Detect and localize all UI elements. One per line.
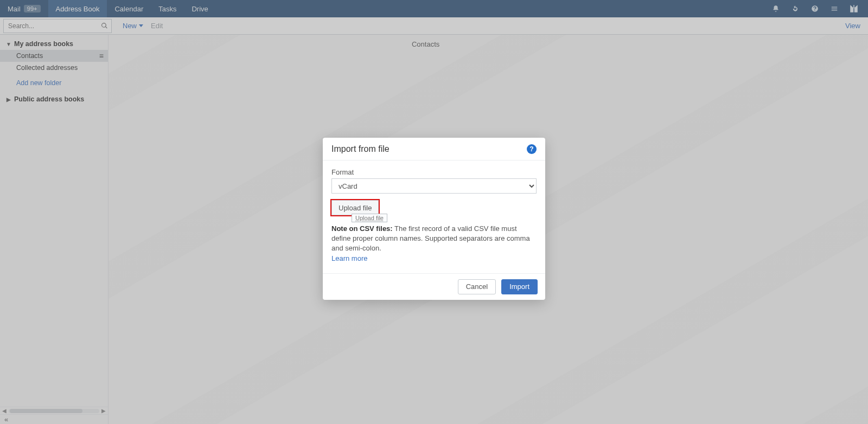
upload-file-button[interactable]: Upload file — [331, 200, 379, 215]
csv-note-prefix: Note on CSV files: — [331, 224, 393, 233]
modal-header: Import from file ? — [323, 138, 545, 160]
format-select[interactable]: vCard — [331, 178, 537, 194]
learn-more-link[interactable]: Learn more — [331, 254, 367, 262]
csv-note: Note on CSV files: The first record of a… — [331, 224, 537, 264]
modal-overlay: Import from file ? Format vCard Upload f… — [0, 0, 868, 424]
cancel-button[interactable]: Cancel — [458, 279, 496, 294]
format-label: Format — [331, 168, 537, 176]
modal-title: Import from file — [331, 144, 390, 154]
upload-tooltip: Upload file — [352, 214, 387, 222]
modal-footer: Cancel Import — [323, 273, 545, 300]
import-button[interactable]: Import — [501, 279, 538, 294]
modal-help-icon[interactable]: ? — [527, 144, 537, 154]
